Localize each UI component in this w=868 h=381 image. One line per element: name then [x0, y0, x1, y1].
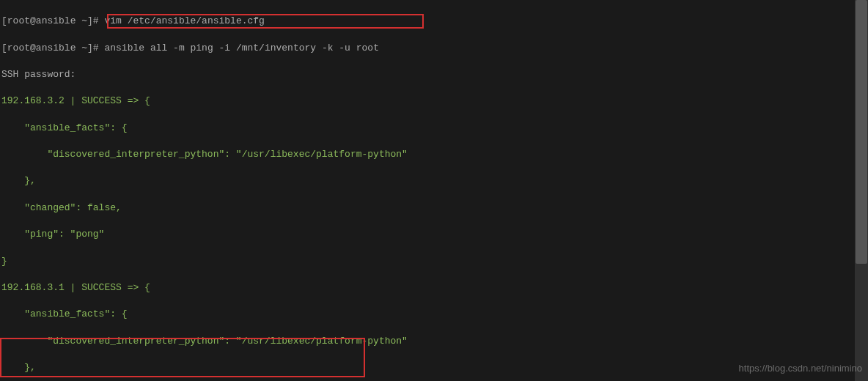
- ssh-password-prompt: SSH password:: [1, 68, 867, 81]
- scrollbar-thumb[interactable]: [856, 0, 867, 264]
- prompt-user: root: [7, 15, 30, 26]
- ansible-facts-open: "ansible_facts": {: [1, 122, 867, 135]
- terminal-output[interactable]: [root@ansible ~]# vim /etc/ansible/ansib…: [0, 0, 868, 381]
- ansible-facts-open: "ansible_facts": {: [1, 308, 867, 321]
- ansible-ping: "ping": "pong": [1, 228, 867, 241]
- ansible-facts-close: },: [1, 174, 867, 188]
- watermark-text: https://blog.csdn.net/ninimino: [739, 362, 862, 375]
- ansible-interpreter: "discovered_interpreter_python": "/usr/l…: [1, 148, 867, 161]
- ansible-interpreter: "discovered_interpreter_python": "/usr/l…: [1, 335, 867, 348]
- prompt-path: ~: [76, 42, 87, 53]
- prompt-host: ansible: [36, 15, 76, 26]
- prompt-at: @: [30, 15, 36, 26]
- prompt-close: ]#: [87, 42, 104, 53]
- ansible-result-header: 192.168.3.2 | SUCCESS => {: [1, 95, 867, 108]
- ansible-facts-close: },: [1, 361, 867, 374]
- ansible-changed: "changed": false,: [1, 201, 867, 215]
- cmd-line-2: [root@ansible ~]# ansible all -m ping -i…: [1, 42, 867, 55]
- prompt-at: @: [30, 42, 36, 53]
- cmd-line-1: [root@ansible ~]# vim /etc/ansible/ansib…: [1, 15, 867, 28]
- ansible-close: }: [1, 255, 867, 268]
- prompt-open: [: [1, 15, 7, 26]
- prompt-host: ansible: [36, 42, 76, 53]
- command-text: vim /etc/ansible/ansible.cfg: [104, 15, 264, 26]
- prompt-path: ~: [76, 15, 87, 26]
- ansible-result-header: 192.168.3.1 | SUCCESS => {: [1, 281, 867, 295]
- scrollbar-track[interactable]: [855, 0, 868, 381]
- command-text: ansible all -m ping -i /mnt/inventory -k…: [104, 42, 378, 53]
- prompt-open: [: [1, 42, 7, 53]
- prompt-close: ]#: [87, 15, 104, 26]
- prompt-user: root: [7, 42, 30, 53]
